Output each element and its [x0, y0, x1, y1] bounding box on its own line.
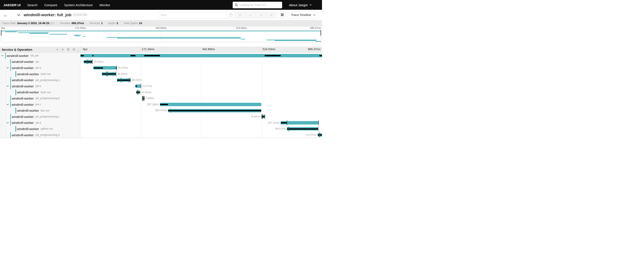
operation-name: job c — [36, 103, 41, 106]
trace-start: Trace StartJanuary 2 2025, 18:46:25.515 — [2, 22, 55, 25]
next-match-button[interactable] — [256, 12, 266, 18]
span-bar[interactable] — [80, 54, 322, 57]
span-row[interactable]: windmill-workerbash run10.51ms — [0, 89, 322, 96]
span-row[interactable]: windmill-workerjob b15.27ms — [0, 83, 322, 89]
search-icon — [235, 4, 238, 6]
span-duration-label: 39.34ms — [117, 71, 127, 77]
span-row[interactable]: windmill-workerbash run39.34ms — [0, 71, 322, 77]
span-row-label-cell[interactable]: windmill-workerjob_postprocessing c — [0, 114, 80, 120]
log-tick — [143, 96, 144, 101]
back-button[interactable]: ← — [0, 10, 12, 20]
span-timeline-cell[interactable]: 65.17ms — [80, 65, 322, 71]
trace-view-selector[interactable]: Trace Timeline — [288, 12, 319, 18]
span-row[interactable]: windmill-workerjob23.92ms — [0, 59, 322, 65]
collapse-trace-header-button[interactable] — [17, 14, 20, 16]
span-row-label-cell[interactable]: windmill-workerbash run — [0, 89, 80, 96]
span-row[interactable]: windmill-workerjob d107.14ms — [0, 120, 322, 126]
log-tick — [318, 126, 318, 131]
span-timeline-cell[interactable]: 107.14ms — [80, 120, 322, 126]
span-row-label-cell[interactable]: windmill-workerjob a — [0, 65, 80, 71]
critical-path-segment — [320, 55, 322, 56]
span-row-label-cell[interactable]: windmill-workerbun run — [0, 108, 80, 114]
log-tick — [320, 132, 320, 137]
span-timeline-cell[interactable]: 264.47ms — [80, 108, 322, 114]
collapse-children-button[interactable] — [6, 67, 9, 69]
collapse-one-button[interactable] — [56, 48, 59, 51]
span-row[interactable]: windmill-workerjob_postprocessing c9.44m… — [0, 114, 322, 120]
span-row-label-cell[interactable]: windmill-workerjob b — [0, 83, 80, 89]
timeline-header-gridline — [201, 46, 202, 52]
top-nav: JAEGER UI SearchCompareSystem Architectu… — [0, 0, 322, 10]
expand-all-button[interactable] — [72, 48, 76, 51]
collapse-children-button[interactable] — [1, 55, 4, 57]
span-bar[interactable] — [160, 103, 261, 106]
timeline-tick-label: 0μs — [83, 48, 88, 51]
span-timeline-cell[interactable]: 287.36ms — [80, 102, 322, 108]
find-help-button[interactable]: ? — [227, 12, 234, 18]
about-jaeger-label: About Jaeger — [289, 3, 308, 7]
nav-item-compare[interactable]: Compare — [44, 3, 57, 7]
span-row[interactable]: windmill-workerjob_postprocessing d12.07… — [0, 132, 322, 138]
indent-guide — [6, 59, 6, 65]
span-name: windmill-workerjob_postprocessing a — [12, 77, 60, 83]
span-row-label-cell[interactable]: windmill-workerjob — [0, 59, 80, 65]
minimap-left-handle[interactable] — [1, 30, 2, 36]
span-row[interactable]: windmill-workerjob_postprocessing b5.88m… — [0, 95, 322, 102]
prev-match-button[interactable] — [245, 12, 256, 18]
find-input[interactable] — [158, 12, 227, 18]
keyboard-shortcuts-button[interactable]: ⌘ — [278, 12, 286, 18]
collapse-children-button[interactable] — [6, 104, 9, 106]
trace-lookup-box[interactable]: Lookup by Trace ID... — [233, 2, 282, 8]
indent-guide — [1, 59, 1, 65]
operation-name: bash run — [41, 72, 51, 76]
span-row[interactable]: windmill-workerfull_job — [0, 53, 322, 59]
span-timeline-cell[interactable]: 23.92ms — [80, 59, 322, 65]
span-timeline-cell[interactable]: 15.27ms — [80, 83, 322, 89]
service-name: windmill-worker — [12, 84, 34, 88]
span-row-label-cell[interactable]: windmill-workerjob_postprocessing a — [0, 77, 80, 83]
collapse-children-button[interactable] — [6, 122, 9, 124]
minimap-right-handle[interactable] — [320, 30, 321, 36]
expand-one-button[interactable] — [62, 48, 64, 51]
nav-item-monitor[interactable]: Monitor — [99, 3, 110, 7]
span-row[interactable]: windmill-workerjob a65.17ms — [0, 65, 322, 71]
span-timeline-cell[interactable]: 9.44ms — [80, 114, 322, 120]
about-jaeger-menu[interactable]: About Jaeger — [289, 3, 312, 7]
span-timeline-cell[interactable]: 5.88ms — [80, 95, 322, 102]
span-timeline-cell[interactable]: 39.34ms — [80, 71, 322, 77]
span-row[interactable]: windmill-workerpython run88.57ms — [0, 126, 322, 132]
nav-item-search[interactable]: Search — [27, 3, 38, 7]
span-row-label-cell[interactable]: windmill-workerjob c — [0, 102, 80, 108]
clear-find-button[interactable] — [266, 12, 276, 18]
column-resize-grip[interactable] — [78, 50, 79, 52]
indent-guide — [6, 89, 6, 96]
span-row[interactable]: windmill-workerbun run264.47ms — [0, 108, 322, 114]
collapse-all-button[interactable] — [67, 48, 70, 51]
operation-name: job a — [36, 66, 41, 69]
critical-path-segment — [281, 122, 287, 124]
focus-match-button[interactable] — [234, 12, 245, 18]
collapse-children-button[interactable] — [6, 85, 9, 87]
span-row[interactable]: windmill-workerjob c287.36ms — [0, 102, 322, 108]
span-timeline-cell[interactable]: 12.07ms — [80, 132, 322, 138]
minimap-span-bar — [50, 34, 67, 34]
nav-item-system-architecture[interactable]: System Architecture — [64, 3, 92, 7]
span-row-label-cell[interactable]: windmill-workerbash run — [0, 71, 80, 77]
span-row-label-cell[interactable]: windmill-workerfull_job — [0, 53, 80, 59]
span-timeline-cell[interactable]: 10.51ms — [80, 89, 322, 96]
log-tick — [289, 126, 289, 131]
span-row-label-cell[interactable]: windmill-workerjob d — [0, 120, 80, 126]
span-timeline-cell[interactable]: 88.57ms — [80, 126, 322, 132]
trace-minimap[interactable] — [1, 30, 321, 42]
span-timeline-cell[interactable]: 38.01ms — [80, 77, 322, 83]
span-rows: windmill-workerfull_jobwindmill-workerjo… — [0, 53, 322, 138]
critical-path-segment — [92, 55, 94, 56]
span-timeline-cell[interactable] — [80, 53, 322, 59]
brand-link[interactable]: JAEGER UI — [4, 3, 21, 7]
span-row-label-cell[interactable]: windmill-workerjob_postprocessing d — [0, 132, 80, 138]
critical-path-segment — [144, 55, 160, 56]
span-row-label-cell[interactable]: windmill-workerjob_postprocessing b — [0, 95, 80, 102]
span-row-label-cell[interactable]: windmill-workerpython run — [0, 126, 80, 132]
operation-name: job — [36, 60, 39, 63]
span-row[interactable]: windmill-workerjob_postprocessing a38.01… — [0, 77, 322, 83]
